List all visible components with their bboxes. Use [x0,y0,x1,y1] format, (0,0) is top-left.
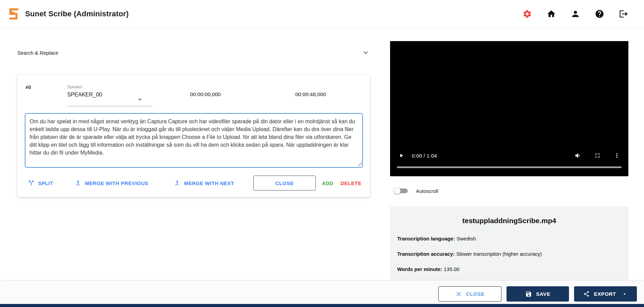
video-controls: 0:00 / 1:04 [390,149,628,162]
chevron-down-icon[interactable] [361,48,370,57]
words-per-minute-value: 135.00 [444,266,459,272]
bottom-accent-strip [0,304,644,307]
user-icon[interactable] [571,9,580,19]
search-replace-label: Search & Replace [17,50,58,56]
footer-bar: CLOSE SAVE EXPORT [0,280,644,304]
segment-close-label: CLOSE [275,180,294,186]
close-button[interactable]: CLOSE [438,286,501,302]
segment-end-time: 00:00:48,000 [285,91,336,97]
app-header: Sunet Scribe (Administrator) [0,0,644,28]
settings-gear-icon[interactable] [522,9,532,19]
logout-icon[interactable] [619,9,628,19]
speaker-underline [67,106,152,106]
home-icon[interactable] [547,9,556,19]
export-button[interactable]: EXPORT [574,286,637,302]
volume-icon[interactable] [574,151,582,160]
add-button[interactable]: ADD [322,176,333,191]
more-vertical-icon[interactable] [613,151,621,160]
split-button[interactable]: SPLIT [27,176,53,191]
autoscroll-toggle[interactable]: Autoscroll [394,186,438,195]
speaker-field-label: Speaker [67,85,152,89]
media-info-row: Transcription accuracy:Slower transcript… [397,251,542,257]
segment-actions-row: SPLIT MERGE WITH PREVIOUS MERGE WITH NEX… [17,176,370,191]
merge-up-icon [74,179,82,187]
sunet-logo-icon [7,7,20,21]
dropdown-arrow-icon [136,95,144,104]
merge-with-previous-label: MERGE WITH PREVIOUS [85,180,148,186]
delete-label: DELETE [341,180,362,186]
close-x-icon [455,291,462,297]
split-label: SPLIT [38,180,53,186]
autoscroll-label: Autoscroll [416,188,438,194]
video-player[interactable]: 0:00 / 1:04 [390,41,628,176]
export-button-label: EXPORT [594,291,616,297]
merge-with-previous-button[interactable]: MERGE WITH PREVIOUS [74,176,148,191]
segment-start-time: 00:00:00,000 [180,91,231,97]
words-per-minute-label: Words per minute: [397,266,442,272]
speaker-select[interactable]: Speaker SPEAKER_00 [67,85,152,106]
merge-with-next-button[interactable]: MERGE WITH NEXT [173,176,234,191]
merge-with-next-label: MERGE WITH NEXT [184,180,234,186]
segment-index: #0 [25,84,31,90]
header-actions [522,9,628,19]
play-icon[interactable] [398,152,405,159]
app-root: Sunet Scribe (Administrator) Search & Re… [0,0,644,307]
media-info-card: testuppladdningScribe.mp4 Transcription … [390,206,628,280]
help-icon[interactable] [595,9,604,19]
save-button-label: SAVE [536,291,550,297]
segment-card: #0 Speaker SPEAKER_00 00:00:00,000 00:00… [17,75,370,197]
save-floppy-icon [525,291,532,297]
transcription-accuracy-value: Slower transcription (higher accuracy) [456,251,542,257]
chevron-down-icon [622,291,628,297]
close-button-label: CLOSE [466,291,485,297]
page-title: Sunet Scribe (Administrator) [25,10,129,18]
toggle-switch-icon[interactable] [394,186,409,195]
share-icon [583,291,590,297]
video-progress-bar[interactable] [397,166,622,168]
video-time-display: 0:00 / 1:04 [412,153,437,159]
transcription-language-label: Transcription language: [397,236,455,241]
add-label: ADD [322,180,333,186]
media-info-row: Words per minute:135.00 [397,266,459,272]
delete-button[interactable]: DELETE [341,176,362,191]
transcription-accuracy-label: Transcription accuracy: [397,251,455,257]
media-filename: testuppladdningScribe.mp4 [390,217,628,225]
media-info-row: Transcription language:Swedish [397,236,476,241]
search-replace-panel-header[interactable]: Search & Replace [17,46,370,59]
transcript-textarea[interactable]: Om du har spelat in med något annat verk… [25,113,363,168]
save-button[interactable]: SAVE [507,286,569,302]
split-icon [27,179,35,187]
segment-close-button[interactable]: CLOSE [253,176,316,191]
transcription-language-value: Swedish [457,236,476,241]
merge-up-icon [173,179,181,187]
fullscreen-icon[interactable] [593,151,602,160]
